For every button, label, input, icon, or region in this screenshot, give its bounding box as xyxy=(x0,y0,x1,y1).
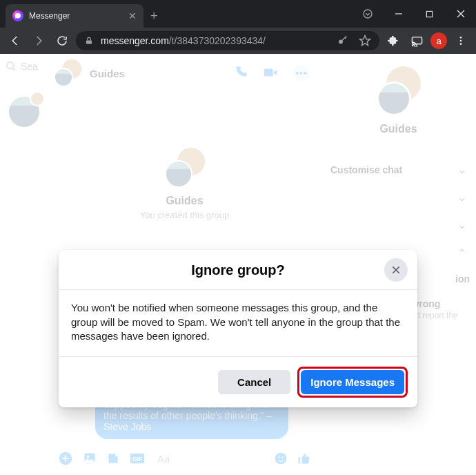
svg-point-0 xyxy=(364,10,372,18)
dialog-footer: Cancel Ignore Messages xyxy=(59,357,417,407)
lock-icon xyxy=(84,36,94,46)
reload-button[interactable] xyxy=(52,31,72,50)
profile-avatar-button[interactable]: a xyxy=(430,32,447,49)
svg-point-9 xyxy=(460,37,462,39)
cancel-button[interactable]: Cancel xyxy=(218,370,290,394)
browser-titlebar: Messenger ✕ + xyxy=(0,0,476,28)
dialog-body: You won't be notified when someone messa… xyxy=(59,290,417,357)
dialog-close-button[interactable] xyxy=(384,258,408,282)
password-key-icon[interactable] xyxy=(337,35,349,47)
cast-icon[interactable] xyxy=(407,31,426,50)
window-maximize-button[interactable] xyxy=(414,0,445,28)
url-text: messenger.com/t/3843730202393434/ xyxy=(101,35,266,46)
new-tab-button[interactable]: + xyxy=(150,10,158,22)
svg-point-10 xyxy=(460,40,462,42)
tab-title: Messenger xyxy=(29,11,123,21)
browser-tab[interactable]: Messenger ✕ xyxy=(6,4,143,28)
ignore-group-dialog: Ignore group? You won't be notified when… xyxy=(59,250,417,407)
browser-toolbar: messenger.com/t/3843730202393434/ a xyxy=(0,28,476,54)
address-bar[interactable]: messenger.com/t/3843730202393434/ xyxy=(76,31,379,50)
dialog-header: Ignore group? xyxy=(59,250,417,290)
svg-rect-5 xyxy=(86,40,92,43)
messenger-favicon xyxy=(12,10,23,21)
ignore-messages-button[interactable]: Ignore Messages xyxy=(301,370,404,394)
window-close-button[interactable] xyxy=(445,0,476,28)
extensions-icon[interactable] xyxy=(384,31,403,50)
window-minimize-button[interactable] xyxy=(383,0,414,28)
tab-close-icon[interactable]: ✕ xyxy=(128,10,137,21)
svg-rect-7 xyxy=(412,37,422,43)
bookmark-star-icon[interactable] xyxy=(359,35,371,47)
chrome-menu-icon[interactable] xyxy=(451,31,470,50)
profile-dropdown-icon[interactable] xyxy=(358,4,377,23)
svg-point-11 xyxy=(460,43,462,45)
highlight-annotation: Ignore Messages xyxy=(297,367,408,398)
back-button[interactable] xyxy=(6,31,25,50)
close-icon xyxy=(390,264,401,275)
svg-point-8 xyxy=(412,45,413,46)
dialog-title: Ignore group? xyxy=(93,262,383,278)
forward-button[interactable] xyxy=(29,31,48,50)
svg-point-6 xyxy=(339,40,343,44)
svg-rect-2 xyxy=(426,11,432,17)
